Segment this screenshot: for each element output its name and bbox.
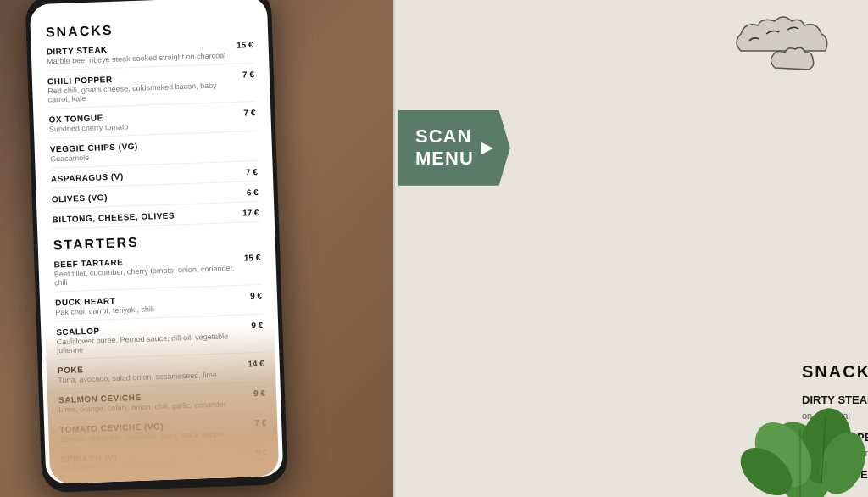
phone-item-olives: OLIVES (VG) 6 € <box>52 187 259 209</box>
phone-starters-title: STARTERS <box>53 231 259 254</box>
scan-menu-label: SCANMENU <box>415 126 474 170</box>
phone-item-price-5: 6 € <box>247 187 259 197</box>
phone-item-price-1: 7 € <box>242 70 254 79</box>
phone-screen: SNACKS DIRTY STEAK Marble beef ribeye st… <box>30 0 284 484</box>
phone-item-asparagus: ASPARAGUS (V) 7 € <box>51 167 258 189</box>
phone-item-chili-popper: CHILI POPPER Red chili, goat's cheese, c… <box>47 70 255 109</box>
phone-container: SNACKS DIRTY STEAK Marble beef ribeye st… <box>0 0 348 497</box>
phone-item-name-4: ASPARAGUS (V) <box>51 168 241 184</box>
phone-item-biltong: BILTONG, CHEESE, OLIVES 17 € <box>52 208 259 230</box>
phone-item-price-6: 17 € <box>242 208 259 218</box>
menu-card: SNACKS DIRTY STEAK Marble beef ribeye st… <box>393 0 868 497</box>
phone-item-beef-tartare: BEEF TARTARE Beef fillet, cucumber, cher… <box>53 253 261 292</box>
phone-item-price-2: 7 € <box>243 108 255 117</box>
phone-snacks-title: SNACKS <box>46 18 253 41</box>
phone-item-price-4: 7 € <box>246 167 258 176</box>
phone-item-name-6: BILTONG, CHEESE, OLIVES <box>52 209 237 225</box>
phone-starter-price-0: 15 € <box>244 253 261 263</box>
scan-menu-button[interactable]: SCANMENU ▶ <box>398 110 510 186</box>
phone-item-dirty-steak: DIRTY STEAK Marble beef ribeye steak coo… <box>47 40 254 70</box>
phone-starter-price-1: 9 € <box>250 291 262 300</box>
herb-decoration <box>715 361 868 497</box>
hand-shadow <box>45 323 279 483</box>
phone-item-duck-heart: DUCK HEART Pak choi, carrot, teriyaki, c… <box>55 291 263 321</box>
cloud-decoration <box>724 8 860 76</box>
phone-item-veggie-chips: VEGGIE CHIPS (VG) Guacamole <box>50 137 258 168</box>
phone-body: SNACKS DIRTY STEAK Marble beef ribeye st… <box>25 0 287 493</box>
phone-item-ox-tongue: OX TONGUE Sundried cherry tomato 7 € <box>48 108 256 138</box>
phone-item-price-0: 15 € <box>236 40 253 50</box>
phone-starter-price-7: 46 € <box>252 477 269 484</box>
phone-item-name-5: OLIVES (VG) <box>52 188 242 204</box>
arrow-icon: ▶ <box>481 138 493 157</box>
